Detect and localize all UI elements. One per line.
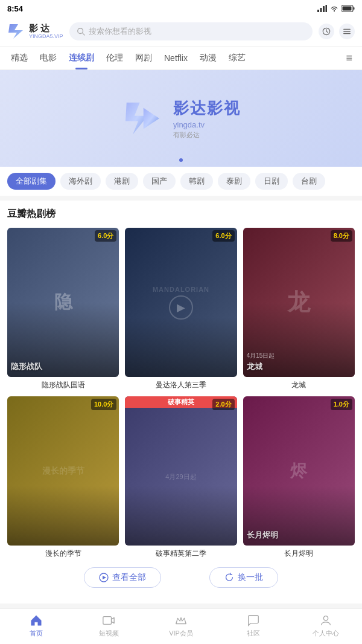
crown-icon [174,614,188,627]
thumb-text-3: 龙城 [247,361,262,372]
search-bar[interactable]: 搜索你想看的影视 [69,22,313,40]
filter-japanese[interactable]: 日剧 [255,173,288,190]
nav-community[interactable]: 社区 [217,609,290,644]
community-icon [247,614,260,627]
svg-marker-15 [103,576,106,579]
nav-tabs: 精选 电影 连续剧 伦理 网剧 Netflix 动漫 综艺 ≡ [0,47,362,70]
movie-score-3: 8.0分 [331,230,352,242]
nav-profile-label: 个人中心 [313,629,339,638]
movie-score-2: 6.0分 [212,230,234,242]
history-icon[interactable] [319,24,334,39]
nav-profile[interactable]: 个人中心 [290,609,362,644]
douban-section: 豆瓣热剧榜 隐 隐形战队 6.0分 隐形战队国语 MANDALORIA [0,201,362,604]
logo-name: 影 达 [29,24,63,34]
video-icon [102,614,115,627]
movie-card-1[interactable]: 隐 隐形战队 6.0分 隐形战队国语 [7,228,119,390]
movie-score-4: 10.0分 [91,399,116,410]
profile-icon [319,614,332,627]
logo-sub: YINGDA5.VIP [29,33,63,39]
banner-tagline: 有影必达 [173,130,241,140]
movie-card-4[interactable]: 漫长的季节 10.0分 漫长的季节 [7,396,119,559]
tab-dongman[interactable]: 动漫 [194,47,223,69]
menu-icon[interactable] [339,24,355,39]
battery-icon [341,5,355,12]
movie-card-5[interactable]: 破事精英 4月29日起 2.0分 破事精英第二季 [125,396,237,559]
svg-rect-6 [343,7,352,11]
tab-zongyi[interactable]: 综艺 [223,47,252,69]
svg-rect-2 [323,6,325,12]
view-all-button[interactable]: 查看全部 [84,567,161,588]
filter-tw[interactable]: 台剧 [293,173,325,190]
movie-title-4: 漫长的季节 [7,549,119,559]
wifi-icon [329,5,339,12]
svg-marker-7 [8,24,23,39]
svg-line-9 [82,33,84,36]
tab-lunli[interactable]: 伦理 [100,47,129,69]
banner-dot-1 [179,158,183,162]
movie-title-2: 曼达洛人第三季 [125,380,237,390]
banner-title: 影达影视 [173,98,241,119]
banner-subtitle: yingda.tv [173,120,241,129]
thumb-text-1: 隐形战队 [11,361,42,372]
nav-video[interactable]: 短视频 [72,609,145,644]
tab-netflix[interactable]: Netflix [158,47,194,69]
app-header: 影 达 YINGDA5.VIP 搜索你想看的影视 [0,17,362,47]
tab-dianying[interactable]: 电影 [34,47,63,69]
status-bar: 8:54 [0,0,362,17]
svg-rect-5 [354,7,355,10]
svg-rect-1 [320,8,322,12]
thumb-text-6: 长月烬明 [247,530,278,541]
signal-icon [317,5,327,12]
svg-rect-0 [317,10,319,12]
movie-thumb-1: 隐 隐形战队 6.0分 [7,228,119,377]
banner-content: 影达影视 yingda.tv 有影必达 [121,97,241,140]
status-time: 8:54 [7,4,23,13]
movie-thumb-2: MANDALORIAN ▶ 6.0分 [125,228,237,377]
movie-score-1: 6.0分 [95,230,116,242]
filter-domestic[interactable]: 国产 [143,173,176,190]
action-buttons: 查看全部 换一批 [7,559,355,596]
refresh-label: 换一批 [238,572,263,583]
bottom-nav: 首页 短视频 VIP会员 社区 个人中心 [0,608,362,644]
movie-thumb-3: 龙 龙城 4月15日起 8.0分 [243,228,355,377]
movie-title-3: 龙城 [243,380,355,390]
banner-logo-icon [121,97,164,140]
status-icons [317,5,355,12]
movie-title-1: 隐形战队国语 [7,380,119,390]
nav-vip-label: VIP会员 [169,629,193,638]
logo-icon [7,22,27,41]
nav-video-label: 短视频 [99,629,119,638]
movie-thumb-4: 漫长的季节 10.0分 [7,396,119,546]
nav-vip[interactable]: VIP会员 [145,609,217,644]
filter-korean[interactable]: 韩剧 [180,173,213,190]
movie-card-2[interactable]: MANDALORIAN ▶ 6.0分 曼达洛人第三季 [125,228,237,390]
search-placeholder: 搜索你想看的影视 [89,26,151,37]
play-circle-icon [99,573,109,582]
view-all-label: 查看全部 [112,572,146,583]
movie-card-6[interactable]: 烬 长月烬明 1.0分 长月烬明 [243,396,355,559]
banner[interactable]: 影达影视 yingda.tv 有影必达 [0,70,362,167]
filter-thai[interactable]: 泰剧 [218,173,250,190]
movie-card-3[interactable]: 龙 龙城 4月15日起 8.0分 龙城 [243,228,355,390]
refresh-icon [224,573,234,582]
nav-community-label: 社区 [247,629,260,638]
movie-thumb-6: 烬 长月烬明 1.0分 [243,396,355,546]
home-icon [30,614,43,627]
nav-home[interactable]: 首页 [0,609,72,644]
movie-title-6: 长月烬明 [243,549,355,559]
tab-lianxuju[interactable]: 连续剧 [63,47,100,69]
refresh-button[interactable]: 换一批 [209,567,278,588]
logo-text: 影 达 YINGDA5.VIP [29,24,63,40]
movie-thumb-5: 破事精英 4月29日起 2.0分 [125,396,237,546]
douban-movie-grid: 隐 隐形战队 6.0分 隐形战队国语 MANDALORIAN ▶ [7,228,355,559]
svg-rect-3 [326,5,328,12]
filter-tags: 全部剧集 海外剧 港剧 国产 韩剧 泰剧 日剧 台剧 [0,167,362,196]
tab-wangju[interactable]: 网剧 [129,47,158,69]
douban-section-title: 豆瓣热剧榜 [7,208,355,221]
filter-hk[interactable]: 港剧 [106,173,138,190]
more-icon[interactable]: ≡ [341,47,357,69]
tab-jingxuan[interactable]: 精选 [5,47,34,69]
logo-area: 影 达 YINGDA5.VIP [7,22,63,41]
filter-overseas[interactable]: 海外剧 [60,173,101,190]
filter-all[interactable]: 全部剧集 [7,173,56,190]
